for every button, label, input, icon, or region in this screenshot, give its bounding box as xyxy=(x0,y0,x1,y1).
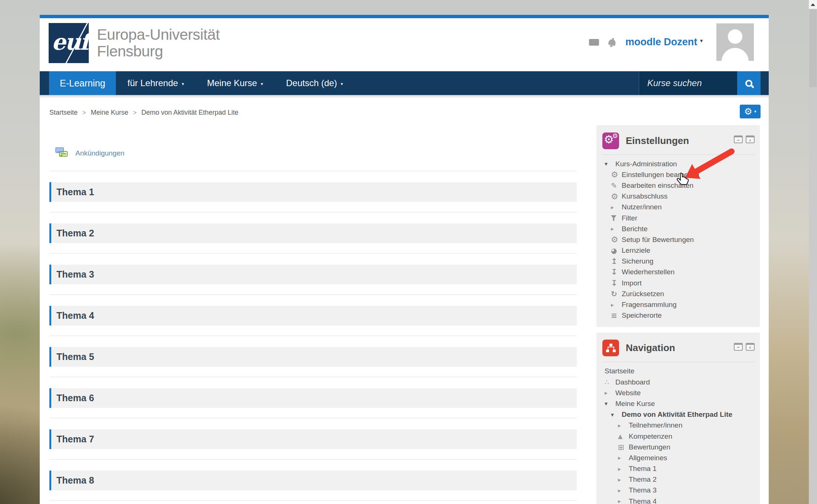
page-container: euf Europa-Universität Flensburg moodle … xyxy=(40,15,769,504)
university-logo-link[interactable]: euf Europa-Universität Flensburg xyxy=(49,23,220,63)
settings-tree-item[interactable]: Lernziele xyxy=(605,245,757,256)
block-divider xyxy=(602,362,755,362)
breadcrumb-item[interactable]: Startseite xyxy=(49,109,78,117)
navigation-tree-item[interactable]: Thema 1 xyxy=(605,464,757,474)
user-area: moodle Dozent ▾ xyxy=(589,23,703,61)
triangle-down-icon xyxy=(611,411,622,418)
chevron-left-icon: ‹ xyxy=(746,137,754,143)
settings-tree-item[interactable]: Import xyxy=(605,278,757,288)
course-content: Ankündigungen Thema 1 xyxy=(49,146,577,504)
settings-tree-item[interactable]: Einstellungen bearbeiten xyxy=(605,169,757,180)
navbar-menu-item[interactable]: für Lehrende ▾ xyxy=(116,71,195,95)
gear-icon xyxy=(611,235,622,244)
pencil-icon xyxy=(611,181,622,190)
settings-tree-item[interactable]: Bearbeiten einschalten xyxy=(605,180,757,191)
section-divider xyxy=(49,500,577,501)
navigation-tree-item[interactable]: Allgemeines xyxy=(605,452,757,463)
dashboard-icon xyxy=(605,378,615,386)
course-section: Thema 4 xyxy=(49,294,577,325)
refresh-icon xyxy=(611,289,622,298)
dock-block-button[interactable]: ‹ xyxy=(746,343,755,351)
university-name-line1: Europa-Universität xyxy=(97,26,220,43)
university-name: Europa-Universität Flensburg xyxy=(97,26,220,60)
gear-icon xyxy=(611,170,622,179)
settings-tree-item[interactable]: Filter xyxy=(605,213,757,223)
browser-scrollbar[interactable] xyxy=(809,0,817,504)
tree-item-label: Meine Kurse xyxy=(615,400,655,408)
announcements-link[interactable]: Ankündigungen xyxy=(75,149,124,157)
navigation-tree-item[interactable]: Bewertungen xyxy=(605,442,757,452)
screen: euf Europa-Universität Flensburg moodle … xyxy=(0,0,817,504)
section-title-bar: Thema 1 xyxy=(49,182,577,202)
tree-item-label: Kompetenzen xyxy=(629,432,672,441)
tree-item-label: Speicherorte xyxy=(622,311,662,320)
navigation-tree-item[interactable]: Demo von Aktivität Etherpad Lite xyxy=(605,409,757,420)
section-title-bar: Thema 4 xyxy=(49,306,577,325)
gear-icon: ⚙ xyxy=(744,107,752,116)
minus-icon: − xyxy=(735,137,742,143)
triangle-down-icon xyxy=(605,160,615,167)
navigation-tree-item[interactable]: Website xyxy=(605,387,757,398)
settings-tree-item[interactable]: Fragensammlung xyxy=(605,299,757,310)
course-search xyxy=(639,71,761,95)
settings-tree-item[interactable]: Sicherung xyxy=(605,256,757,267)
nav-tab-elearning[interactable]: E-Learning xyxy=(49,71,116,95)
navigation-tree-item[interactable]: Thema 2 xyxy=(605,474,757,485)
section-title: Thema 2 xyxy=(56,228,94,239)
section-title: Thema 5 xyxy=(56,351,94,362)
download-icon xyxy=(611,268,622,276)
minimize-block-button[interactable]: − xyxy=(734,343,743,351)
settings-tree-item[interactable]: Berichte xyxy=(605,223,757,234)
course-section: Thema 1 xyxy=(49,171,577,202)
navigation-tree-item[interactable]: Meine Kurse xyxy=(605,398,757,409)
course-sections: Thema 1 Thema 2 xyxy=(49,171,577,504)
user-menu[interactable]: moodle Dozent ▾ xyxy=(625,36,703,48)
triangle-down-icon xyxy=(605,400,615,407)
settings-tree-item[interactable]: Wiederherstellen xyxy=(605,267,757,278)
breadcrumb-item[interactable]: Meine Kurse xyxy=(82,109,128,117)
settings-tree-item[interactable]: Zurücksetzen xyxy=(605,288,757,299)
settings-tree-item[interactable]: Setup für Bewertungen xyxy=(605,234,757,245)
course-section: Thema 3 xyxy=(49,253,577,284)
user-avatar[interactable] xyxy=(716,23,754,61)
notifications-bell-icon[interactable] xyxy=(608,38,616,46)
tree-item-label: Einstellungen bearbeiten xyxy=(622,171,699,179)
section-title: Thema 4 xyxy=(56,310,94,321)
chevron-left-icon: ‹ xyxy=(746,345,754,350)
section-title-bar: Thema 6 xyxy=(49,388,577,408)
section-title: Thema 8 xyxy=(56,475,94,486)
navigation-tree-item[interactable]: Thema 3 xyxy=(605,485,757,496)
navigation-tree-item[interactable]: Kompetenzen xyxy=(605,431,757,442)
section-title-bar: Thema 2 xyxy=(49,223,577,243)
minimize-block-button[interactable]: − xyxy=(734,135,743,143)
navbar-menu-item[interactable]: Deutsch (de) ▾ xyxy=(274,71,354,95)
download-icon xyxy=(611,279,622,288)
messages-icon[interactable] xyxy=(589,39,599,46)
triangle-right-icon xyxy=(618,422,629,429)
funnel-icon xyxy=(611,215,622,221)
navigation-tree-item[interactable]: Teilnehmer/innen xyxy=(605,420,757,431)
scrollbar-up-button[interactable] xyxy=(809,0,817,9)
course-actions-gear-button[interactable]: ⚙ ▾ xyxy=(740,105,761,118)
minus-icon: − xyxy=(735,345,742,350)
triangle-right-icon xyxy=(611,225,622,232)
dock-block-button[interactable]: ‹ xyxy=(746,135,755,143)
settings-tree-item[interactable]: Nutzer/innen xyxy=(605,202,757,213)
section-divider xyxy=(49,459,577,459)
navigation-tree-item[interactable]: Startseite xyxy=(605,366,757,377)
navbar-menu-item[interactable]: Meine Kurse ▾ xyxy=(195,71,274,95)
tree-item-label: Import xyxy=(622,279,642,287)
search-button[interactable] xyxy=(737,71,761,95)
navigation-tree-item[interactable]: Thema 4 xyxy=(605,496,757,504)
scrollbar-thumb[interactable] xyxy=(809,9,817,87)
university-name-line2: Flensburg xyxy=(97,43,220,60)
settings-tree-item[interactable]: Kurs-Administration xyxy=(605,158,757,169)
tree-item-label: Lernziele xyxy=(622,246,650,255)
tree-item-label: Filter xyxy=(622,214,637,222)
settings-tree-item[interactable]: Kursabschluss xyxy=(605,191,757,202)
tree-item-label: Allgemeines xyxy=(629,454,667,462)
tree-item-label: Berichte xyxy=(622,225,648,233)
settings-tree-item[interactable]: Speicherorte xyxy=(605,310,757,321)
search-input[interactable] xyxy=(639,71,737,95)
navigation-tree-item[interactable]: Dashboard xyxy=(605,377,757,387)
